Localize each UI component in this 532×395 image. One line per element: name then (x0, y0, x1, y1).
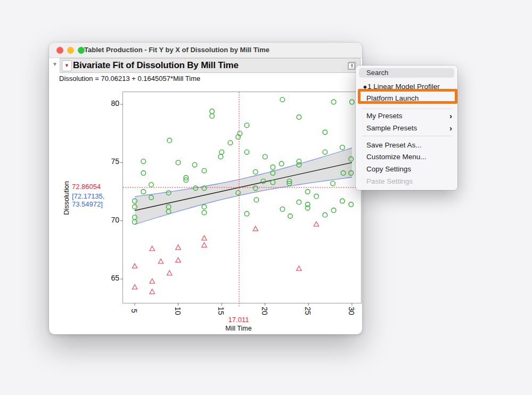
red-triangle-menu-button[interactable]: ▼ (62, 60, 72, 71)
data-point-circle[interactable] (331, 208, 336, 213)
data-point-circle[interactable] (323, 213, 328, 218)
menu-item-my-presets[interactable]: My Presets› (356, 110, 457, 122)
data-point-circle[interactable] (331, 100, 336, 104)
data-point-circle[interactable] (210, 109, 215, 114)
scatter-plot[interactable] (123, 92, 361, 307)
data-point-triangle[interactable] (150, 279, 154, 284)
data-point-triangle[interactable] (202, 236, 207, 241)
data-point-circle[interactable] (340, 199, 345, 203)
x-axis-label: Mill Time (212, 325, 265, 332)
data-point-circle[interactable] (202, 204, 207, 209)
diamond-icon: ◆ (363, 84, 367, 89)
data-point-circle[interactable] (254, 198, 259, 202)
data-point-circle[interactable] (141, 190, 146, 194)
chart-area: 6570758051015202530 Dissolution 72.86054… (49, 92, 362, 334)
data-point-circle[interactable] (349, 202, 354, 207)
menu-item-save-preset-as[interactable]: Save Preset As... (356, 139, 457, 151)
menu-item-paste-settings: Paste Settings (356, 176, 457, 187)
data-point-triangle[interactable] (150, 246, 154, 251)
fit-equation: Dissolution = 70.06213 + 0.1645057*Mill … (59, 75, 200, 83)
menu-item-label: My Presets (366, 112, 403, 120)
data-point-triangle[interactable] (176, 258, 181, 262)
submenu-chevron-icon: › (449, 122, 452, 134)
window-title: Tablet Production - Fit Y by X of Dissol… (49, 43, 305, 57)
data-point-circle[interactable] (219, 150, 224, 154)
data-point-circle[interactable] (141, 159, 146, 164)
data-point-circle[interactable] (323, 150, 328, 154)
window-titlebar[interactable]: Tablet Production - Fit Y by X of Dissol… (49, 43, 362, 58)
data-point-circle[interactable] (314, 194, 319, 199)
data-point-triangle[interactable] (202, 243, 207, 248)
data-point-circle[interactable] (271, 165, 275, 170)
data-point-circle[interactable] (141, 171, 146, 176)
x-tick-label: 30 (347, 303, 356, 319)
y-crosshair-value: 72.86054 (72, 183, 101, 191)
menu-item-label: 1 Linear Model Profiler (367, 83, 440, 90)
data-point-circle[interactable] (218, 154, 223, 159)
data-point-circle[interactable] (167, 138, 172, 143)
data-point-circle[interactable] (297, 115, 301, 120)
data-point-circle[interactable] (202, 168, 207, 173)
menu-item-label: Save Preset As... (366, 141, 422, 149)
data-point-circle[interactable] (279, 161, 284, 166)
data-point-circle[interactable] (210, 114, 215, 119)
menu-item-label: Copy Settings (366, 165, 411, 173)
y-tick-label: 80 (98, 99, 119, 108)
data-point-circle[interactable] (253, 170, 258, 175)
menu-item-customize-menu[interactable]: Customize Menu... (356, 151, 457, 163)
y-tick-label: 75 (98, 157, 119, 166)
data-point-triangle[interactable] (167, 270, 172, 275)
menu-item-copy-settings[interactable]: Copy Settings (356, 163, 457, 175)
menu-separator (362, 136, 452, 136)
data-point-circle[interactable] (280, 207, 285, 212)
menu-item-label: Customize Menu... (366, 153, 427, 161)
fit-line (135, 162, 352, 210)
data-point-triangle[interactable] (314, 221, 318, 226)
data-point-circle[interactable] (297, 200, 301, 205)
data-point-circle[interactable] (202, 210, 207, 215)
report-title: Bivariate Fit of Dissolution By Mill Tim… (73, 59, 239, 72)
menu-item-label: Platform Launch (366, 94, 419, 102)
data-point-circle[interactable] (305, 190, 310, 194)
desktop-background: Tablet Production - Fit Y by X of Dissol… (0, 0, 532, 395)
data-point-circle[interactable] (340, 145, 345, 150)
menu-item-sample-presets[interactable]: Sample Presets› (356, 122, 457, 134)
data-point-circle[interactable] (263, 154, 267, 159)
data-point-triangle[interactable] (158, 259, 163, 264)
data-point-circle[interactable] (244, 211, 249, 216)
menu-search-field[interactable]: Search (359, 68, 454, 78)
data-point-triangle[interactable] (297, 266, 301, 271)
data-point-triangle[interactable] (132, 264, 137, 268)
data-point-circle[interactable] (192, 162, 197, 167)
y-axis-label: Dissolution (62, 166, 70, 230)
data-point-circle[interactable] (176, 160, 181, 165)
data-point-circle[interactable] (323, 130, 328, 135)
data-point-circle[interactable] (305, 205, 310, 210)
menu-search-label: Search (366, 69, 388, 77)
triangle-markers[interactable] (132, 221, 318, 294)
data-point-circle[interactable] (280, 97, 285, 102)
data-point-circle[interactable] (288, 214, 293, 219)
data-point-circle[interactable] (149, 183, 154, 187)
data-point-triangle[interactable] (150, 289, 154, 294)
y-tick-label: 65 (98, 274, 119, 282)
plot-frame[interactable] (122, 92, 362, 303)
report-header-bar: ▼ Bivariate Fit of Dissolution By Mill T… (60, 58, 361, 73)
data-point-circle[interactable] (228, 141, 233, 145)
data-point-circle[interactable] (350, 100, 355, 104)
menu-item-label: Sample Presets (366, 124, 417, 132)
data-point-circle[interactable] (331, 181, 335, 186)
data-point-triangle[interactable] (253, 226, 258, 231)
submenu-chevron-icon: › (449, 110, 452, 122)
data-point-circle[interactable] (244, 123, 249, 128)
x-crosshair-value: 17.011 (212, 316, 265, 324)
x-tick-label: 10 (174, 303, 182, 319)
menu-item-platform-launch[interactable]: Platform Launch (356, 92, 457, 105)
red-triangle-icon: ▼ (62, 61, 71, 71)
data-point-triangle[interactable] (176, 245, 181, 250)
data-point-triangle[interactable] (132, 285, 137, 290)
menu-item-1-linear-model-profiler[interactable]: ◆1 Linear Model Profiler (356, 81, 457, 93)
data-point-circle[interactable] (244, 150, 249, 154)
ci-lower-upper-line1: [72.17135, (72, 192, 104, 200)
disclosure-triangle-icon[interactable]: ▼ (52, 61, 58, 67)
